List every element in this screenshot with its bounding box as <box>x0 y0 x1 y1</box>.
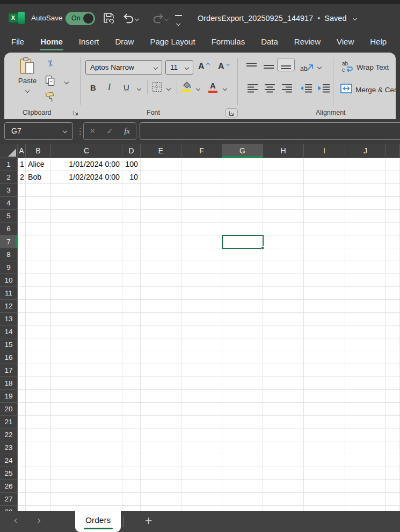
cell-F16[interactable] <box>181 351 222 364</box>
cell-A23[interactable] <box>18 441 26 454</box>
cell-A8[interactable] <box>18 248 26 261</box>
cell-C9[interactable] <box>51 261 122 274</box>
cell-F1[interactable] <box>181 158 222 171</box>
cell-B4[interactable] <box>26 197 51 210</box>
cell-D15[interactable] <box>122 338 141 351</box>
cell-B22[interactable] <box>26 428 51 441</box>
cell-D16[interactable] <box>122 351 141 364</box>
italic-button[interactable]: I <box>108 82 111 92</box>
row-header-17[interactable]: 17 <box>0 364 18 377</box>
cell-A4[interactable] <box>18 197 26 210</box>
fill-color-button[interactable] <box>181 80 192 92</box>
cell-H26[interactable] <box>263 480 304 493</box>
cell-C25[interactable] <box>51 467 122 480</box>
cell-E19[interactable] <box>141 390 181 403</box>
cell-H16[interactable] <box>263 351 304 364</box>
save-button[interactable] <box>102 11 115 25</box>
cell-G1[interactable] <box>222 158 263 171</box>
cell-J3[interactable] <box>345 184 386 197</box>
column-header-A[interactable]: A <box>18 144 26 158</box>
cell-B16[interactable] <box>26 351 51 364</box>
cell-B18[interactable] <box>26 377 51 390</box>
cell-G11[interactable] <box>222 287 263 300</box>
cell-C19[interactable] <box>51 390 122 403</box>
cell-C17[interactable] <box>51 364 122 377</box>
cell-J22[interactable] <box>345 428 386 441</box>
underline-dropdown-chevron[interactable] <box>137 86 141 91</box>
cell-J25[interactable] <box>345 467 386 480</box>
cell-A1[interactable]: 1 <box>18 158 26 171</box>
cell-I11[interactable] <box>304 287 345 300</box>
cell-B12[interactable] <box>26 300 51 313</box>
cell-A5[interactable] <box>18 210 26 223</box>
menu-tab-page-layout[interactable]: Page Layout <box>142 32 203 53</box>
cell-E16[interactable] <box>141 351 181 364</box>
cell-C5[interactable] <box>51 210 122 223</box>
merge-center-button[interactable] <box>340 84 352 93</box>
cell-C6[interactable] <box>51 223 122 235</box>
cell-partial18[interactable] <box>386 377 400 390</box>
cell-E21[interactable] <box>141 416 181 428</box>
cell-F11[interactable] <box>181 287 222 300</box>
cell-D26[interactable] <box>122 480 141 493</box>
fill-color-dropdown-chevron[interactable] <box>196 86 200 91</box>
cell-J13[interactable] <box>345 313 386 326</box>
wrap-text-button[interactable]: ab c <box>341 61 353 72</box>
cell-H20[interactable] <box>263 403 304 416</box>
cell-I3[interactable] <box>304 184 345 197</box>
cell-H1[interactable] <box>263 158 304 171</box>
cut-button[interactable]: ✂ <box>44 59 56 69</box>
cell-G13[interactable] <box>222 313 263 326</box>
column-header-partial[interactable] <box>386 144 400 158</box>
cell-F28[interactable] <box>181 506 222 511</box>
cell-H27[interactable] <box>263 493 304 506</box>
cell-E28[interactable] <box>141 506 181 511</box>
cell-H10[interactable] <box>263 274 304 287</box>
cell-G25[interactable] <box>222 467 263 480</box>
cell-C18[interactable] <box>51 377 122 390</box>
cell-H12[interactable] <box>263 300 304 313</box>
cell-A18[interactable] <box>18 377 26 390</box>
cell-I10[interactable] <box>304 274 345 287</box>
cell-B28[interactable] <box>26 506 51 511</box>
cell-F19[interactable] <box>181 390 222 403</box>
cell-F24[interactable] <box>181 454 222 467</box>
row-header-5[interactable]: 5 <box>0 210 18 223</box>
font-color-button[interactable]: A <box>208 81 217 93</box>
cell-B11[interactable] <box>26 287 51 300</box>
cell-C13[interactable] <box>51 313 122 326</box>
cell-G5[interactable] <box>222 210 263 223</box>
cell-partial12[interactable] <box>386 300 400 313</box>
cell-partial5[interactable] <box>386 210 400 223</box>
cell-I9[interactable] <box>304 261 345 274</box>
cell-H5[interactable] <box>263 210 304 223</box>
cell-B19[interactable] <box>26 390 51 403</box>
cell-F10[interactable] <box>181 274 222 287</box>
cell-D22[interactable] <box>122 428 141 441</box>
select-all-corner[interactable] <box>0 144 18 158</box>
column-header-J[interactable]: J <box>345 144 386 158</box>
row-header-25[interactable]: 25 <box>0 467 18 480</box>
cell-B3[interactable] <box>26 184 51 197</box>
cell-partial21[interactable] <box>386 416 400 428</box>
cell-E4[interactable] <box>141 197 181 210</box>
cell-D10[interactable] <box>122 274 141 287</box>
wrap-text-label[interactable]: Wrap Text <box>357 63 389 71</box>
cell-A26[interactable] <box>18 480 26 493</box>
cell-I16[interactable] <box>304 351 345 364</box>
cell-I6[interactable] <box>304 223 345 235</box>
cell-G2[interactable] <box>222 171 263 184</box>
cell-J12[interactable] <box>345 300 386 313</box>
cell-C10[interactable] <box>51 274 122 287</box>
cell-F26[interactable] <box>181 480 222 493</box>
cell-partial13[interactable] <box>386 313 400 326</box>
cell-H11[interactable] <box>263 287 304 300</box>
cell-C15[interactable] <box>51 338 122 351</box>
cell-partial17[interactable] <box>386 364 400 377</box>
increase-font-size-button[interactable]: A <box>198 62 205 71</box>
cell-F9[interactable] <box>181 261 222 274</box>
add-sheet-button[interactable]: + <box>145 511 152 531</box>
column-header-F[interactable]: F <box>181 144 222 158</box>
cell-I8[interactable] <box>304 248 345 261</box>
cell-J7[interactable] <box>345 235 386 248</box>
